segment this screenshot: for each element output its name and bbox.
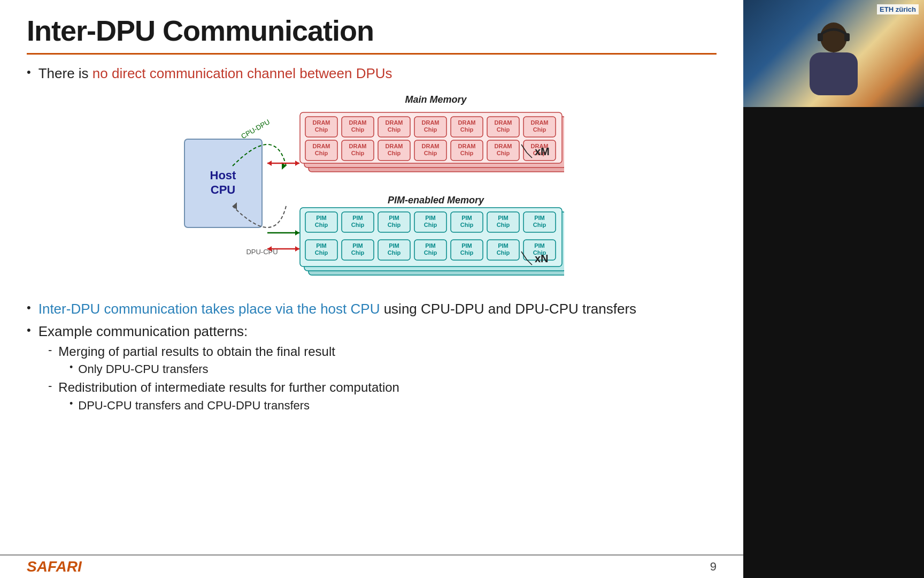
svg-text:DRAM: DRAM — [531, 119, 549, 126]
svg-rect-116 — [844, 33, 850, 41]
svg-text:Chip: Chip — [460, 126, 474, 133]
svg-text:Chip: Chip — [460, 222, 474, 228]
svg-text:DRAM: DRAM — [422, 143, 440, 149]
bullet-dot-2: • — [27, 301, 31, 315]
svg-rect-114 — [810, 52, 858, 95]
svg-text:PIM: PIM — [498, 215, 509, 221]
safari-logo: SAFARI — [27, 558, 82, 575]
bullet-3: • Example communication patterns: — [27, 322, 717, 341]
sub-sub-bullet-2: • DPU-CPU transfers and CPU-DPU transfer… — [70, 398, 717, 414]
svg-text:Chip: Chip — [315, 150, 328, 156]
sub-sub-dot-2: • — [70, 398, 73, 409]
svg-text:Chip: Chip — [460, 150, 474, 156]
svg-text:Chip: Chip — [533, 222, 546, 228]
page-number: 9 — [710, 560, 717, 574]
svg-marker-57 — [295, 161, 299, 166]
bullet-dot-1: • — [27, 65, 31, 79]
dash-1: - — [48, 343, 52, 357]
svg-text:Chip: Chip — [351, 222, 365, 228]
svg-text:PIM-enabled Memory: PIM-enabled Memory — [388, 195, 484, 206]
sub-bullet-1: - Merging of partial results to obtain t… — [48, 343, 717, 360]
sub-bullet-1-text: Merging of partial results to obtain the… — [58, 343, 335, 360]
dash-2: - — [48, 379, 52, 393]
diagram-container: Host CPU CPU-DPU DPU-CPU Main Memory — [27, 88, 717, 297]
svg-text:Main Memory: Main Memory — [405, 94, 467, 105]
svg-text:Chip: Chip — [533, 126, 546, 133]
svg-text:CPU: CPU — [211, 183, 235, 196]
sub-sub-dot-1: • — [70, 362, 73, 373]
svg-text:Chip: Chip — [424, 126, 437, 133]
svg-text:Chip: Chip — [497, 222, 510, 228]
svg-text:DRAM: DRAM — [495, 119, 512, 126]
bullet-2: • Inter-DPU communication takes place vi… — [27, 300, 717, 318]
svg-marker-106 — [295, 230, 299, 235]
svg-text:DRAM: DRAM — [495, 143, 512, 149]
svg-text:PIM: PIM — [389, 242, 399, 249]
svg-text:Chip: Chip — [460, 249, 474, 256]
sub-sub-2-text: DPU-CPU transfers and CPU-DPU transfers — [78, 398, 310, 414]
svg-text:Host: Host — [210, 169, 237, 182]
svg-text:Chip: Chip — [388, 222, 401, 228]
svg-marker-58 — [267, 161, 272, 166]
svg-text:PIM: PIM — [389, 215, 399, 221]
slide-header: Inter-DPU Communication — [0, 0, 743, 47]
slide-footer: SAFARI 9 — [0, 554, 743, 578]
svg-text:Chip: Chip — [315, 126, 328, 133]
diagram-svg: Host CPU CPU-DPU DPU-CPU Main Memory — [179, 91, 564, 294]
svg-text:PIM: PIM — [316, 215, 327, 221]
svg-text:Chip: Chip — [424, 249, 437, 256]
svg-text:Chip: Chip — [497, 150, 510, 156]
svg-text:Chip: Chip — [351, 249, 365, 256]
bullet-1-text: There is no direct communication channel… — [38, 64, 392, 83]
svg-text:PIM: PIM — [352, 242, 363, 249]
svg-text:DRAM: DRAM — [313, 143, 330, 149]
svg-text:Chip: Chip — [388, 126, 401, 133]
highlight-no-direct: no direct communication channel between … — [93, 65, 392, 81]
svg-text:PIM: PIM — [461, 215, 472, 221]
svg-text:Chip: Chip — [351, 126, 365, 133]
svg-text:DRAM: DRAM — [458, 143, 476, 149]
eth-logo: ETH zürich — [877, 4, 919, 14]
svg-text:Chip: Chip — [388, 150, 401, 156]
svg-text:PIM: PIM — [461, 242, 472, 249]
svg-text:DRAM: DRAM — [386, 119, 403, 126]
svg-text:DRAM: DRAM — [349, 143, 367, 149]
svg-point-113 — [820, 22, 847, 52]
slide: Inter-DPU Communication • There is no di… — [0, 0, 743, 578]
svg-text:PIM: PIM — [316, 242, 327, 249]
svg-text:xM: xM — [535, 146, 550, 157]
svg-text:Chip: Chip — [497, 249, 510, 256]
svg-marker-109 — [295, 246, 299, 252]
svg-text:Chip: Chip — [424, 150, 437, 156]
sub-bullet-2-text: Redistribution of intermediate results f… — [58, 379, 399, 396]
svg-text:PIM: PIM — [425, 215, 436, 221]
bullet-dot-3: • — [27, 323, 31, 337]
person-silhouette — [780, 21, 887, 107]
svg-text:Chip: Chip — [388, 249, 401, 256]
slide-body: • There is no direct communication chann… — [0, 55, 743, 413]
bullet-2-text: Inter-DPU communication takes place via … — [38, 300, 636, 318]
slide-title: Inter-DPU Communication — [27, 15, 717, 47]
svg-text:Chip: Chip — [351, 150, 365, 156]
webcam-feed: ETH zürich — [743, 0, 924, 107]
svg-text:xN: xN — [535, 253, 549, 264]
svg-text:DRAM: DRAM — [313, 119, 330, 126]
svg-text:Chip: Chip — [315, 249, 328, 256]
sub-bullet-2: - Redistribution of intermediate results… — [48, 379, 717, 396]
svg-text:PIM: PIM — [425, 242, 436, 249]
svg-rect-115 — [818, 33, 823, 41]
svg-text:DRAM: DRAM — [422, 119, 440, 126]
svg-text:PIM: PIM — [534, 215, 545, 221]
sub-sub-1-text: Only DPU-CPU transfers — [78, 362, 208, 377]
svg-text:DRAM: DRAM — [458, 119, 476, 126]
bullet-1: • There is no direct communication chann… — [27, 64, 717, 83]
svg-text:DRAM: DRAM — [386, 143, 403, 149]
highlight-inter-dpu: Inter-DPU communication takes place via … — [38, 301, 380, 317]
webcam-panel: ETH zürich — [743, 0, 924, 578]
svg-text:PIM: PIM — [534, 242, 545, 249]
svg-text:Chip: Chip — [497, 126, 510, 133]
svg-text:CPU-DPU: CPU-DPU — [240, 118, 271, 141]
svg-text:PIM: PIM — [352, 215, 363, 221]
bullet-3-text: Example communication patterns: — [38, 322, 248, 341]
svg-text:Chip: Chip — [424, 222, 437, 228]
